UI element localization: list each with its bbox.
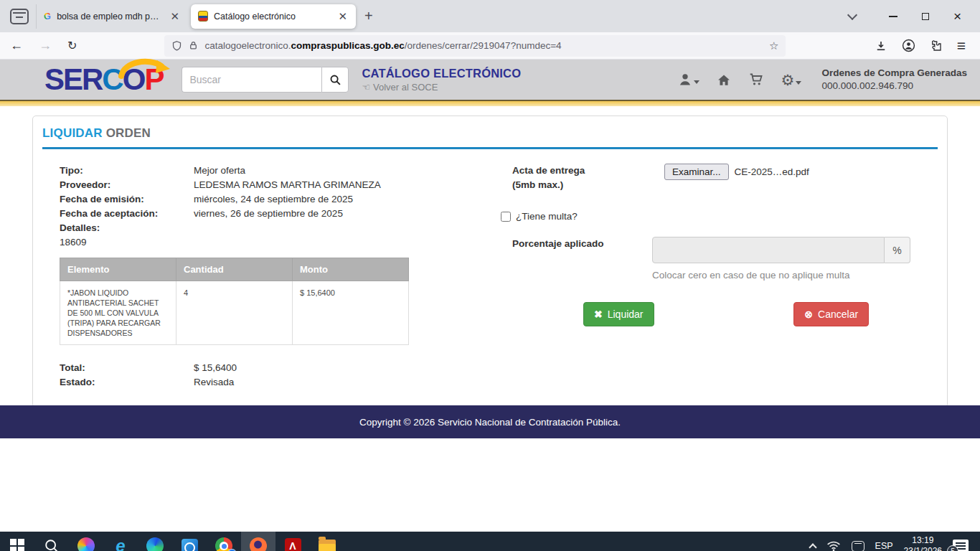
windows-taskbar: e Λ ESP 13:19 23/1/2026 5 <box>0 532 980 551</box>
downloads-icon[interactable] <box>875 39 887 52</box>
minimize-button[interactable] <box>889 16 897 17</box>
uploaded-filename: CE-2025…ed.pdf <box>735 166 809 177</box>
site-title-block: CATÁLOGO ELECTRÓNICO ☜ Volver al SOCE <box>362 67 521 93</box>
sercop-logo[interactable]: SERCOP <box>44 65 163 95</box>
notification-center-icon[interactable]: 5 <box>953 540 969 551</box>
porcentaje-row: Porcentaje aplicado % Colocar cero en ca… <box>512 237 938 281</box>
reload-icon[interactable]: ↻ <box>67 39 77 52</box>
notification-badge: 5 <box>947 545 958 551</box>
restore-button[interactable] <box>922 13 929 20</box>
chrome-button[interactable] <box>207 532 241 551</box>
page-title: LIQUIDAR ORDEN <box>42 126 938 141</box>
acrobat-button[interactable]: Λ <box>275 532 310 551</box>
sercop-header: SERCOP CATÁLOGO ELECTRÓNICO ☜ Volver al … <box>0 60 980 100</box>
date: 23/1/2026 <box>904 546 942 551</box>
tray-expand-chevron-icon[interactable] <box>809 543 816 551</box>
account-icon[interactable] <box>902 39 915 52</box>
back-icon[interactable]: ← <box>10 38 23 53</box>
folder-icon <box>319 540 336 551</box>
taskbar-search-button[interactable] <box>34 532 69 551</box>
search-button[interactable] <box>321 67 349 93</box>
caret-down-icon <box>694 80 699 84</box>
tab-list-chevron-icon[interactable] <box>847 9 857 19</box>
porcentaje-helper-text: Colocar cero en caso de que no aplique m… <box>652 270 938 281</box>
tab-close-icon[interactable]: ✕ <box>336 10 349 23</box>
copyright-text: Copyright © 2026 Servicio Nacional de Co… <box>359 417 621 428</box>
copilot-button[interactable] <box>69 532 103 551</box>
items-table: Elemento Cantidad Monto *JABON LIQUIDO A… <box>60 258 409 345</box>
address-bar[interactable]: catalogoelectronico.compraspublicas.gob.… <box>164 35 786 57</box>
field-label: Fecha de emisión: <box>60 192 194 207</box>
orders-label: Ordenes de Compra Generadas <box>821 67 967 80</box>
edge-button[interactable] <box>138 532 172 551</box>
field-value: LEDESMA RAMOS MARTHA GRIMANEZA <box>194 178 487 192</box>
cancelar-button[interactable]: ⊗ Cancelar <box>793 302 869 326</box>
shield-icon[interactable] <box>171 40 182 52</box>
page-bottom-whitespace <box>0 438 980 532</box>
estado-label: Estado: <box>60 375 194 390</box>
multa-label: ¿Tiene multa? <box>516 211 578 222</box>
acrobat-icon: Λ <box>285 538 301 551</box>
field-label: Fecha de aceptación: <box>60 207 194 221</box>
tab-title: Catálogo electrónico <box>214 11 331 22</box>
extensions-puzzle-icon[interactable] <box>930 39 943 52</box>
logo-swoosh-icon <box>117 56 173 80</box>
multa-checkbox-row: ¿Tiene multa? <box>501 211 938 222</box>
home-icon[interactable] <box>717 73 731 87</box>
table-header-row: Elemento Cantidad Monto <box>60 258 409 281</box>
porcentaje-input[interactable] <box>652 237 885 263</box>
wifi-icon[interactable] <box>826 540 841 551</box>
liquidar-orden-panel: LIQUIDAR ORDEN Tipo: Mejor oferta Provee… <box>32 116 948 408</box>
firefox-button[interactable] <box>241 532 275 551</box>
acta-label: Acta de entrega (5mb max.) <box>512 164 652 192</box>
language-indicator[interactable]: ESP <box>875 541 893 551</box>
multa-checkbox[interactable] <box>501 212 511 222</box>
header-nav-icons: ⚙ <box>678 72 802 88</box>
acta-row: Acta de entrega (5mb max.) Examinar... C… <box>512 164 938 192</box>
taskbar-clock[interactable]: 13:19 23/1/2026 <box>904 535 942 551</box>
field-value: viernes, 26 de septiembre de 2025 <box>194 207 487 221</box>
orders-counter: Ordenes de Compra Generadas 000.000.002.… <box>821 67 967 93</box>
start-button[interactable] <box>0 532 34 551</box>
time: 13:19 <box>904 535 942 546</box>
firefox-view-icon[interactable] <box>10 9 29 24</box>
tab-catalogo-electronico[interactable]: Catálogo electrónico ✕ <box>191 4 356 29</box>
internet-explorer-button[interactable]: e <box>103 532 138 551</box>
cell-elemento: *JABON LIQUIDO ANTIBACTERIAL SACHET DE 5… <box>60 281 176 345</box>
user-icon <box>678 72 692 87</box>
outlook-button[interactable] <box>172 532 207 551</box>
window-controls: × <box>889 9 974 23</box>
title-rule <box>42 147 938 149</box>
order-fields: Tipo: Mejor oferta Proveedor: LEDESMA RA… <box>60 164 487 235</box>
field-value: miércoles, 24 de septiembre de 2025 <box>194 192 487 207</box>
circled-x-icon: ⊗ <box>804 309 813 320</box>
firefox-icon <box>250 537 267 551</box>
url-text[interactable]: catalogoelectronico.compraspublicas.gob.… <box>204 40 763 51</box>
logo-text: SER <box>44 62 102 96</box>
examinar-button[interactable]: Examinar... <box>664 164 729 180</box>
new-tab-button[interactable]: + <box>364 8 373 24</box>
tab-bolsa-empleo[interactable]: G bolsa de empleo mdh postular ✕ <box>36 4 188 29</box>
search-icon <box>329 74 341 86</box>
lock-icon[interactable] <box>189 40 198 51</box>
menu-icon[interactable]: ≡ <box>957 37 966 55</box>
bookmark-star-icon[interactable]: ☆ <box>769 39 778 52</box>
cart-icon[interactable] <box>748 72 764 87</box>
tab-title: bolsa de empleo mdh postular <box>57 11 163 22</box>
cell-monto: $ 15,6400 <box>293 281 409 345</box>
search-icon <box>44 538 60 551</box>
settings-menu[interactable]: ⚙ <box>781 72 802 88</box>
order-details-column: Tipo: Mejor oferta Proveedor: LEDESMA RA… <box>42 164 487 390</box>
field-value: Mejor oferta <box>194 164 487 178</box>
field-value <box>194 221 487 235</box>
user-menu[interactable] <box>678 72 699 87</box>
forward-icon: → <box>39 38 52 53</box>
tray-app-icon[interactable] <box>852 541 864 551</box>
file-explorer-button[interactable] <box>310 532 344 551</box>
tab-close-icon[interactable]: ✕ <box>169 10 181 23</box>
volver-al-soce-link[interactable]: ☜ Volver al SOCE <box>362 82 521 93</box>
liquidar-button[interactable]: ✖ Liquidar <box>583 302 654 326</box>
yellow-divider <box>0 100 980 106</box>
search-input[interactable] <box>182 67 321 93</box>
close-button[interactable]: × <box>953 9 961 23</box>
